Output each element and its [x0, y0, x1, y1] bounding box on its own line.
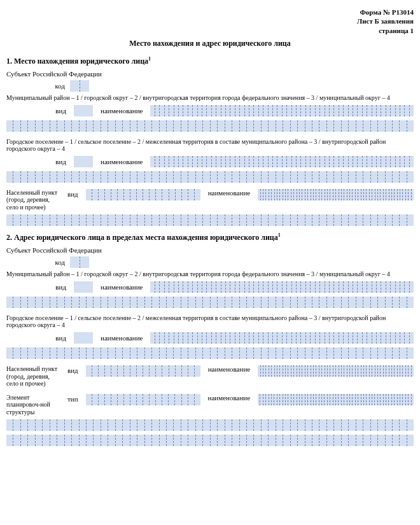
naimen-input-2a[interactable]: [150, 156, 414, 167]
naimen-input-5a[interactable]: [150, 332, 414, 344]
vid-label-5: вид: [6, 334, 70, 342]
subject-rf-label: Субъект Российской Федерации: [6, 70, 414, 78]
sheet-label: Лист Б заявления: [6, 17, 414, 25]
naimen-label-5: наименование: [97, 334, 146, 342]
naimen-label-2: наименование: [97, 158, 146, 165]
kod-input[interactable]: [70, 80, 89, 92]
kod-label: код: [6, 82, 70, 90]
vid-label-1: вид: [6, 107, 70, 115]
plan-struct-label: Элемент планировоч-ной структуры: [6, 394, 64, 416]
section2-heading: 2. Адрес юридического лица в пределах ме…: [6, 232, 414, 242]
vid-input-4[interactable]: [74, 281, 93, 293]
kod-label-2: код: [6, 258, 70, 266]
naimen-input-7a[interactable]: [258, 394, 414, 405]
naimen-input-3a[interactable]: [258, 189, 414, 200]
nas-punkt-label: Населенный пункт (город, деревня, село и…: [6, 189, 64, 211]
naimen-label-6: наименование: [204, 365, 254, 373]
tip-input[interactable]: [86, 394, 200, 405]
vid-label-2: вид: [6, 158, 70, 165]
naimen-label-3: наименование: [204, 189, 254, 197]
municipal-types-hint-2: Муниципальный район – 1 / городской окру…: [6, 270, 414, 277]
naimen-label-7: наименование: [204, 394, 254, 402]
settlement-types-hint-2: Городское поселение – 1 / сельское посел…: [6, 314, 414, 328]
form-number: Форма № Р13014: [6, 8, 414, 17]
naimen-input-1b[interactable]: [6, 120, 414, 132]
naimen-input-5b[interactable]: [6, 347, 414, 359]
naimen-input-7b[interactable]: [6, 419, 414, 431]
naimen-input-7c[interactable]: [6, 435, 414, 446]
naimen-label-4: наименование: [97, 283, 146, 291]
municipal-types-hint: Муниципальный район – 1 / городской окру…: [6, 94, 414, 101]
page-label: страница 1: [6, 26, 414, 35]
vid-label-4: вид: [6, 283, 70, 291]
subject-rf-label-2: Субъект Российской Федерации: [6, 246, 414, 254]
naimen-input-3b[interactable]: [6, 214, 414, 226]
tip-label: тип: [67, 394, 82, 403]
vid-input-3[interactable]: [86, 189, 200, 200]
naimen-input-4b[interactable]: [6, 297, 414, 308]
vid-input-6[interactable]: [86, 365, 200, 377]
nas-punkt-label-2: Населенный пункт (город, деревня, село и…: [6, 365, 64, 388]
naimen-input-2b[interactable]: [6, 171, 414, 183]
settlement-types-hint: Городское поселение – 1 / сельское посел…: [6, 138, 414, 152]
vid-input-2[interactable]: [74, 156, 93, 167]
vid-input-1[interactable]: [74, 105, 93, 116]
vid-input-5[interactable]: [74, 332, 93, 344]
naimen-input-1a[interactable]: [150, 105, 414, 116]
naimen-input-4a[interactable]: [150, 281, 414, 293]
page-title: Место нахождения и адрес юридического ли…: [6, 39, 414, 48]
vid-label-6: вид: [67, 365, 82, 374]
naimen-input-6a[interactable]: [258, 365, 414, 377]
naimen-label-1: наименование: [97, 107, 146, 115]
section1-heading: 1. Место нахождения юридического лица1: [6, 56, 414, 66]
vid-label-3: вид: [67, 189, 82, 198]
kod-input-2[interactable]: [70, 256, 89, 268]
